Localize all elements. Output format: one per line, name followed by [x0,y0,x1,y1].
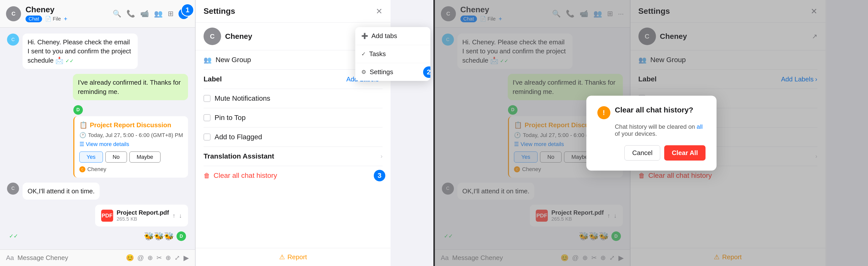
clock-icon: 🕐 [80,132,86,139]
people-icon[interactable]: 👥 [154,9,163,18]
label-text: Label [204,75,222,83]
table-row: C OK,I'll attend it on time. [7,183,188,200]
flagged-label: Add to Flagged [215,133,262,141]
search-icon[interactable]: 🔍 [113,9,121,18]
report-row[interactable]: ⚠ Report [195,248,391,266]
dropdown-menu: ➕ Add tabs ✓ Tasks ⚙ Settings 2 [355,27,430,81]
yes-button[interactable]: Yes [80,151,103,162]
no-button[interactable]: No [105,151,127,162]
mute-row[interactable]: Mute Notifications [204,89,382,108]
left-chat-input-bar: Aa 😊 @ ⊕ ✂ ⊕ ⤢ ▶ [0,249,195,266]
left-header-tags: Chat 📄 File + [26,15,113,22]
left-chat-header: C Cheney Chat 📄 File + 🔍 📞 📹 👥 ⊞ ··· 1 [0,0,195,28]
pin-checkbox[interactable] [204,114,211,121]
flagged-row-left: Add to Flagged [204,133,262,141]
left-tag-plus[interactable]: + [64,15,67,22]
left-tag-chat[interactable]: Chat [26,16,42,22]
event-card: 📋 Project Report Discussion 🕐 Today, Jul… [73,116,188,178]
emoji-icon[interactable]: 😊 [126,254,134,262]
event-header: 📋 Project Report Discussion [80,121,183,129]
dialog-overlay: ! Clear all chat history? Chat history w… [435,0,868,266]
dialog-header: ! Clear all chat history? [597,106,706,119]
cancel-button[interactable]: Cancel [624,145,660,160]
sender-avatar: D [177,231,186,241]
translation-row[interactable]: Translation Assistant › [204,147,382,166]
event-details-link[interactable]: ☰ View more details [80,141,183,148]
step-badge-3: 3 [373,169,386,182]
left-header-icons: 🔍 📞 📹 👥 ⊞ ··· 1 [113,8,189,19]
clear-history-dialog: ! Clear all chat history? Chat history w… [586,96,716,171]
left-panel: C Cheney Chat 📄 File + 🔍 📞 📹 👥 ⊞ ··· 1 [0,0,433,266]
read-tick: ✓✓ [65,58,74,64]
emoji-row: ✓✓ 🐝🐝🐝 D [7,231,188,241]
dialog-body: Chat history will be cleared on all of y… [615,123,706,137]
clear-history-row[interactable]: 🗑 Clear all chat history 3 [204,166,382,185]
settings-item[interactable]: ⚙ Settings 2 [355,63,430,81]
pdf-icon: PDF [101,210,113,222]
message-bubble: Hi. Cheney. Please check the email I sen… [23,34,138,69]
avatar: C [7,34,19,46]
flagged-row[interactable]: Add to Flagged [204,127,382,147]
left-settings-close[interactable]: ✕ [376,6,382,16]
left-header-avatar: C [6,6,21,21]
new-group-label: New Group [216,56,251,64]
event-icon: 📋 [80,121,87,129]
step-badge-1: 1 [181,3,194,17]
attach-icon[interactable]: ✂ [156,254,162,262]
mute-row-left: Mute Notifications [204,94,270,102]
send-button[interactable]: ▶ [184,254,189,262]
plus-icon[interactable]: ⊕ [165,254,171,262]
clear-history-label: Clear all chat history [214,172,277,180]
tasks-item[interactable]: ✓ Tasks [355,45,430,63]
table-row: I've already confirmed it. Thanks for re… [7,74,188,100]
contact-name: Cheney [225,32,252,40]
attendee-avatar: C [80,166,85,172]
file-name: Project Report.pdf [117,209,169,216]
maybe-button[interactable]: Maybe [129,151,160,162]
download-icon[interactable]: ↓ [179,212,182,219]
left-settings-header: Settings ✕ [195,0,391,23]
pin-row-left: Pin to Top [204,114,246,122]
file-info: Project Report.pdf 265.5 KB [117,209,169,222]
trash-icon: 🗑 [204,172,210,180]
sticker-icon[interactable]: ⊕ [148,254,153,262]
avatar: C [7,183,19,195]
gear-icon: ⚙ [361,69,366,76]
video-icon[interactable]: 📹 [140,9,149,18]
contact-info: C Cheney [204,28,252,45]
read-tick-double: ✓✓ [9,233,18,239]
event-attendee: C Cheney [80,166,183,173]
more-options-button[interactable]: ··· 1 [179,8,189,19]
expand-icon[interactable]: ⤢ [175,254,180,262]
event-time: 🕐 Today, Jul 27, 5:00 - 6:00 (GMT+8) PM [80,132,183,139]
table-row: C Hi. Cheney. Please check the email I s… [7,34,188,69]
phone-icon[interactable]: 📞 [126,9,135,18]
message-input[interactable] [18,254,122,262]
pin-label: Pin to Top [215,114,246,122]
avatar: D [73,105,83,115]
mute-checkbox[interactable] [204,95,211,102]
left-tag-file[interactable]: 📄 File [45,16,61,22]
emoji-group: 🐝🐝🐝 D [144,231,186,241]
file-actions: ↑ ↓ [173,212,182,219]
emoji-bees: 🐝🐝🐝 [144,231,174,241]
dialog-buttons: Cancel Clear All [597,145,706,160]
left-settings-title: Settings [204,6,235,16]
left-header-name: Cheney [26,5,113,14]
translation-label: Translation Assistant [204,152,274,160]
text-format-icon[interactable]: Aa [6,254,14,262]
clear-all-button[interactable]: Clear All [664,145,706,160]
event-buttons: Yes No Maybe [80,151,183,162]
flagged-checkbox[interactable] [204,134,211,141]
mention-icon[interactable]: @ [137,254,144,262]
file-size: 265.5 KB [117,216,169,222]
add-tabs-item[interactable]: ➕ Add tabs [355,27,430,45]
warning-icon: ! [597,106,610,119]
message-bubble: I've already confirmed it. Thanks for re… [73,74,188,100]
message-bubble: OK,I'll attend it on time. [23,183,100,200]
warning-icon: ⚠ [279,253,285,261]
pin-row[interactable]: Pin to Top [204,108,382,127]
grid-icon[interactable]: ⊞ [168,9,174,18]
event-row: D 📋 Project Report Discussion 🕐 Today, J… [7,105,188,178]
upload-icon[interactable]: ↑ [173,212,176,219]
